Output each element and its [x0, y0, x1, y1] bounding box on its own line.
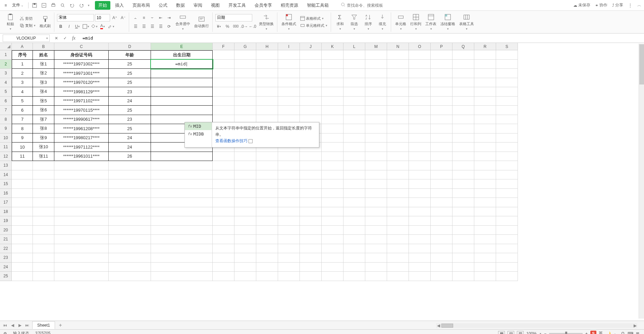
- col-header-E[interactable]: E: [151, 43, 213, 50]
- row-header-23[interactable]: 23: [0, 253, 12, 263]
- cell-M11[interactable]: [365, 143, 387, 152]
- cell-E24[interactable]: [151, 263, 213, 272]
- cell-I4[interactable]: [278, 78, 300, 88]
- row-header-10[interactable]: 10: [0, 133, 12, 143]
- cell-B24[interactable]: [33, 263, 54, 272]
- cell-S20[interactable]: [496, 226, 518, 235]
- cell-D14[interactable]: [109, 170, 151, 180]
- cell-C13[interactable]: [54, 161, 109, 170]
- cell-J13[interactable]: [300, 161, 322, 170]
- cell-G22[interactable]: [234, 244, 256, 254]
- cell-J4[interactable]: [300, 78, 322, 88]
- cell-A14[interactable]: [12, 170, 33, 180]
- cell-O23[interactable]: [409, 253, 431, 263]
- cell-N25[interactable]: [387, 272, 409, 281]
- cell-K25[interactable]: [322, 272, 343, 281]
- cell-K5[interactable]: [322, 87, 343, 97]
- indent-left-icon[interactable]: ⇤: [157, 14, 164, 21]
- cell-E15[interactable]: [151, 179, 213, 189]
- row-header-22[interactable]: 22: [0, 244, 12, 254]
- font-color-icon[interactable]: A▾: [99, 23, 106, 30]
- cell-O4[interactable]: [409, 78, 431, 88]
- cell-K2[interactable]: [322, 60, 343, 69]
- cell-P16[interactable]: [431, 189, 452, 198]
- cell-A18[interactable]: [12, 207, 33, 217]
- cell-S9[interactable]: [496, 124, 518, 133]
- cell-N9[interactable]: [387, 124, 409, 133]
- col-header-C[interactable]: C: [54, 43, 109, 50]
- cell-Q6[interactable]: [452, 97, 474, 106]
- suggest-item-midb[interactable]: fxMIDB: [185, 130, 212, 138]
- row-header-9[interactable]: 9: [0, 124, 12, 133]
- formula-input[interactable]: [80, 36, 644, 41]
- spreadsheet-grid[interactable]: ABCDEFGHIJKLMNOPQRS 12345678910111213141…: [0, 43, 644, 321]
- cell-N21[interactable]: [387, 235, 409, 244]
- cell-B9[interactable]: 张8: [33, 124, 54, 133]
- cell-L9[interactable]: [343, 124, 365, 133]
- cell-K3[interactable]: [322, 69, 343, 78]
- cell-I5[interactable]: [278, 87, 300, 97]
- cell-C15[interactable]: [54, 179, 109, 189]
- cell-L11[interactable]: [343, 143, 365, 152]
- cell-K11[interactable]: [322, 143, 343, 152]
- decrease-font-icon[interactable]: A⁻: [119, 14, 127, 21]
- align-right-icon[interactable]: ☰: [149, 23, 156, 30]
- tab-page-layout[interactable]: 页面布局: [128, 0, 154, 10]
- cell-M7[interactable]: [365, 106, 387, 115]
- col-header-F[interactable]: F: [213, 43, 234, 50]
- cells-area[interactable]: 序号姓名身份证号码年龄出生日期1张1******19971002****25=m…: [12, 50, 518, 281]
- cell-K15[interactable]: [322, 179, 343, 189]
- cell-A11[interactable]: 10: [12, 143, 33, 152]
- cell-L13[interactable]: [343, 161, 365, 170]
- cell-R9[interactable]: [474, 124, 496, 133]
- col-header-H[interactable]: H: [256, 43, 278, 50]
- cell-L21[interactable]: [343, 235, 365, 244]
- cell-A21[interactable]: [12, 235, 33, 244]
- cell-N18[interactable]: [387, 207, 409, 217]
- suggest-help-link[interactable]: 查看函数操作技巧: [215, 138, 253, 143]
- cell-C9[interactable]: ******19961208****: [54, 124, 109, 133]
- name-box[interactable]: VLOOKUP ▾: [3, 35, 50, 42]
- cell-H7[interactable]: [256, 106, 278, 115]
- cell-S3[interactable]: [496, 69, 518, 78]
- cell-A24[interactable]: [12, 263, 33, 272]
- cell-L1[interactable]: [343, 50, 365, 60]
- confirm-icon[interactable]: ✓: [62, 35, 68, 42]
- cell-P12[interactable]: [431, 152, 452, 161]
- fill-color-icon[interactable]: ▾: [91, 23, 98, 30]
- cell-M20[interactable]: [365, 226, 387, 235]
- cell-A22[interactable]: [12, 244, 33, 254]
- ime-grid-icon[interactable]: ⊞: [635, 331, 641, 334]
- cell-P10[interactable]: [431, 133, 452, 143]
- cell-D8[interactable]: 23: [109, 115, 151, 124]
- cell-B17[interactable]: [33, 198, 54, 207]
- row-header-15[interactable]: 15: [0, 179, 12, 189]
- app-menu-icon[interactable]: ≡: [3, 2, 9, 8]
- cell-N15[interactable]: [387, 179, 409, 189]
- align-bottom-icon[interactable]: ⫟: [149, 14, 156, 21]
- row-header-18[interactable]: 18: [0, 207, 12, 217]
- cell-N22[interactable]: [387, 244, 409, 254]
- cell-R12[interactable]: [474, 152, 496, 161]
- cell-J3[interactable]: [300, 69, 322, 78]
- cell-R11[interactable]: [474, 143, 496, 152]
- col-header-J[interactable]: J: [300, 43, 322, 50]
- cell-B22[interactable]: [33, 244, 54, 254]
- cell-D24[interactable]: [109, 263, 151, 272]
- cell-Q17[interactable]: [452, 198, 474, 207]
- ime-sogou-icon[interactable]: S: [590, 331, 596, 334]
- cell-O16[interactable]: [409, 189, 431, 198]
- cell-R2[interactable]: [474, 60, 496, 69]
- align-justify-icon[interactable]: ☰: [157, 23, 164, 30]
- cell-Q12[interactable]: [452, 152, 474, 161]
- col-header-K[interactable]: K: [322, 43, 343, 50]
- cell-N2[interactable]: [387, 60, 409, 69]
- cell-G16[interactable]: [234, 189, 256, 198]
- cell-L16[interactable]: [343, 189, 365, 198]
- cell-F15[interactable]: [213, 179, 234, 189]
- add-sheet-icon[interactable]: +: [57, 322, 64, 329]
- cell-N14[interactable]: [387, 170, 409, 180]
- cell-D1[interactable]: 年龄: [109, 50, 151, 60]
- cell-L18[interactable]: [343, 207, 365, 217]
- cell-H21[interactable]: [256, 235, 278, 244]
